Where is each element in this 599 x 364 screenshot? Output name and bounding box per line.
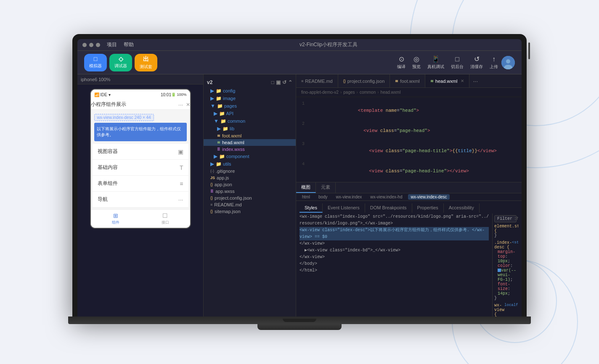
tab-head-close-btn[interactable]: ✕ <box>461 79 464 83</box>
readme-icon: ≡ <box>210 203 212 207</box>
tab-more-btn[interactable]: ··· <box>469 78 481 84</box>
phone-hover-indicator: wx-view.index-desc 240 × 44 <box>94 114 154 121</box>
accessibility-tab[interactable]: Accessibility <box>444 203 480 213</box>
styles-filter[interactable]: Filter :hov .cls + <box>494 215 517 222</box>
tree-file-index-wxss[interactable]: ≣ index.wxss <box>204 146 296 153</box>
line-num-1: 1 <box>296 100 308 107</box>
dom-line-9: </html> <box>300 267 489 274</box>
clear-cache-action[interactable]: ↺ 清缓存 <box>470 55 483 70</box>
dom-breakpoints-tab[interactable]: DOM Breakpoints <box>365 203 412 213</box>
elem-tab-index-hd[interactable]: wx-view.index-hd <box>368 194 405 200</box>
debug-button[interactable]: ◇ 调试器 <box>109 54 132 71</box>
utils-folder-icon: ▶ <box>210 161 214 167</box>
debug-icon: ◇ <box>119 55 123 62</box>
elem-tab-html[interactable]: html <box>300 194 313 200</box>
laptop-notch <box>283 319 316 322</box>
properties-tab[interactable]: Properties <box>412 203 444 213</box>
preview-label: 预览 <box>412 64 421 70</box>
breadcrumb-common[interactable]: common <box>360 90 376 95</box>
tree-file-foot-wxml[interactable]: ≋ foot.wxml <box>204 132 296 139</box>
breadcrumb-pages[interactable]: pages <box>343 90 355 95</box>
nav-item-view-container[interactable]: 视图容器 ▣ <box>93 144 188 160</box>
filter-hover-icon: :hov <box>514 216 518 221</box>
tree-file-gitignore[interactable]: (-) .gitignore <box>204 168 296 174</box>
compile-action[interactable]: ⊙ 编译 <box>397 55 406 70</box>
index-wxss-label: index.wxss <box>222 147 245 152</box>
user-avatar[interactable] <box>501 56 515 69</box>
minimize-button[interactable] <box>89 43 93 47</box>
tree-folder-common[interactable]: ▼ 📁 common <box>204 117 296 125</box>
tree-refresh-btn[interactable]: ↺ <box>282 79 286 85</box>
tree-folder-config[interactable]: ▶ 📁 config <box>204 87 296 95</box>
laptop-stand <box>257 324 342 330</box>
style-margin-top: margin-top: 10px; <box>494 250 517 264</box>
event-listeners-tab[interactable]: Event Listeners <box>323 203 365 213</box>
filter-label: Filter <box>497 216 512 221</box>
lib-folder-label: 📁 lib <box>223 126 234 132</box>
phone-title-bar: 小程序组件展示 ··· ✕ <box>91 100 190 110</box>
upload-action[interactable]: ↑ 上传 <box>490 55 498 70</box>
tree-folder-lib[interactable]: ▶ 📁 lib <box>204 125 296 132</box>
tree-file-sitemap[interactable]: {} sitemap.json <box>204 208 296 215</box>
code-content-4: <view class="page-head-line"></view> <box>308 161 522 181</box>
tree-file-head-wxml[interactable]: ≋ head.wxml <box>204 139 296 146</box>
tab-readme[interactable]: ≡ README.md <box>296 74 338 87</box>
nav-item-nav[interactable]: 导航 ··· <box>93 192 188 208</box>
bottom-tab-element[interactable]: 元素 <box>316 182 336 193</box>
tree-collapse-btn[interactable]: ⌃ <box>288 79 292 85</box>
close-button[interactable] <box>82 43 87 47</box>
tree-file-app-wxss[interactable]: ≣ app.wxss <box>204 188 296 195</box>
nav-item-form[interactable]: 表单组件 ≡ <box>93 176 188 192</box>
index-desc-selector-line: .index-desc { <style> <box>494 240 517 250</box>
foot-wxml-tab-icon: ≋ <box>395 79 398 83</box>
device-debug-action[interactable]: 📱 真机调试 <box>427 55 444 70</box>
image-folder-icon: ▶ <box>210 95 214 101</box>
tab-project-config[interactable]: {} project.config.json <box>338 74 390 87</box>
sitemap-label: sitemap.json <box>215 209 241 214</box>
breadcrumb-root[interactable]: fino-applet-demo-v2 <box>301 90 339 95</box>
tree-folder-component[interactable]: ▶ 📁 component <box>204 153 296 160</box>
tree-folder-image[interactable]: ▶ 📁 image <box>204 95 296 102</box>
tab-readme-label: README.md <box>305 79 332 84</box>
simulate-button[interactable]: □ 模拟器 <box>84 54 107 71</box>
tree-folder-utils[interactable]: ▶ 📁 utils <box>204 160 296 168</box>
breadcrumb-file[interactable]: head.wxml <box>381 90 401 95</box>
phone-menu-icon[interactable]: ··· <box>178 101 183 108</box>
background-action[interactable]: □ 切后台 <box>451 55 464 70</box>
preview-action[interactable]: ◎ 预览 <box>412 55 421 70</box>
tree-file-project-config[interactable]: {} project.config.json <box>204 195 296 201</box>
tree-file-readme[interactable]: ≡ README.md <box>204 201 296 208</box>
elem-tab-index[interactable]: wx-view.index <box>334 194 365 200</box>
code-editor[interactable]: 1 <template name="head"> 2 <view class="… <box>296 97 522 182</box>
component-folder-icon: ▶ <box>214 153 217 159</box>
elem-tab-body[interactable]: body <box>316 194 330 200</box>
phone-tab-interface[interactable]: ☐ 接口 <box>140 210 190 228</box>
tab-head-wxml[interactable]: ≋ head.wxml ✕ <box>425 74 470 87</box>
menu-item-help[interactable]: 帮助 <box>124 41 134 48</box>
phone-close-icon[interactable]: ✕ <box>186 102 190 108</box>
elem-tab-index-desc[interactable]: wx-view.index-desc <box>408 194 449 200</box>
tree-folder-pages[interactable]: ▼ 📁 pages <box>204 102 296 110</box>
tree-folder-api[interactable]: ▶ 📁 API <box>204 110 296 117</box>
tree-new-file-btn[interactable]: □ <box>271 79 274 85</box>
dom-line-5: </wx-view> <box>300 240 489 247</box>
bottom-tab-overview[interactable]: 概图 <box>296 182 316 193</box>
styles-tab[interactable]: Styles <box>300 203 323 213</box>
laptop-screen-bezel: 项目 帮助 v2-FinClip小程序开发工具 □ 模拟器 ◇ 调试器 <box>72 34 527 317</box>
maximize-button[interactable] <box>96 43 100 47</box>
view-container-icon: ▣ <box>178 148 183 155</box>
tab-foot-wxml[interactable]: ≋ foot.wxml <box>390 74 425 87</box>
interface-tab-icon: ☐ <box>162 212 168 219</box>
phone-tab-components[interactable]: ⊞ 组件 <box>91 210 140 228</box>
test-button[interactable]: 出 测试套 <box>135 54 157 71</box>
breadcrumb: fino-applet-demo-v2 › pages › common › h… <box>296 88 522 97</box>
menu-item-project[interactable]: 项目 <box>107 41 117 48</box>
nav-item-basic-label: 基础内容 <box>98 164 118 171</box>
tree-file-app-json[interactable]: {} app.json <box>204 181 296 188</box>
tree-new-folder-btn[interactable]: ▣ <box>276 79 281 85</box>
debug-label: 调试器 <box>114 63 127 69</box>
tree-file-app-js[interactable]: JS app.js <box>204 174 296 181</box>
nav-item-basic[interactable]: 基础内容 T <box>93 160 188 176</box>
line-num-3: 3 <box>296 141 308 148</box>
toolbar-mode-buttons: □ 模拟器 ◇ 调试器 出 测试套 <box>84 54 157 71</box>
